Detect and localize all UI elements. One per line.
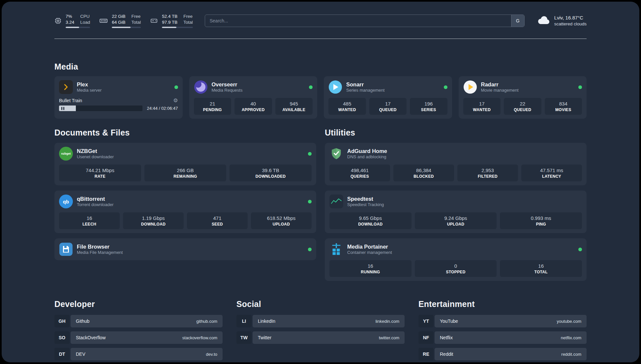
ram-usage-fill — [112, 27, 131, 28]
bookmark-reddit[interactable]: RE Reddit reddit.com — [418, 348, 587, 360]
search-input[interactable] — [205, 15, 511, 27]
cpu-label-top: CPU — [80, 14, 90, 19]
stat-value: 834 — [547, 101, 580, 106]
status-dot — [308, 152, 312, 156]
status-dot — [578, 248, 582, 251]
bookmark-name: Reddit — [440, 351, 453, 357]
app-name: NZBGet — [77, 148, 114, 154]
stat-value: 9.65 Gbps — [331, 215, 410, 221]
stat-label: STOPPED — [417, 270, 495, 274]
section-title-documents: Documents & Files — [54, 128, 316, 137]
bookmarks-social: Social LI LinkedIn linkedin.com TW Twitt… — [236, 299, 405, 348]
header-divider — [54, 39, 587, 39]
stat-value: 47.571 ms — [523, 167, 580, 173]
stat-value: 17 — [371, 101, 405, 106]
app-card-filebrowser[interactable]: File Browser Media File Management — [54, 238, 316, 260]
stat-tile: 498,461 QUERIES — [329, 165, 390, 181]
cpu-icon — [54, 17, 62, 24]
stat-tile: 21 PENDING — [194, 98, 231, 115]
stat-value: 945 — [277, 101, 311, 106]
stat-value: 1.19 Gbps — [125, 215, 182, 221]
utilities-column: Utilities AdGuard Home — [325, 128, 587, 286]
stat-value: 0.993 ms — [502, 215, 580, 221]
bookmark-abbr: GH — [54, 315, 70, 327]
app-name: Plex — [77, 81, 102, 88]
stat-label: UPLOAD — [253, 222, 310, 227]
app-card-overseerr[interactable]: Overseerr Media Requests 21 PENDING 40 A… — [189, 76, 318, 119]
app-name: Sonarr — [346, 81, 384, 88]
stat-value: 40 — [236, 101, 270, 106]
section-title-social: Social — [236, 299, 405, 309]
stat-value: 39.6 TB — [231, 167, 310, 173]
stat-label: TOTAL — [502, 270, 580, 274]
bookmark-github[interactable]: GH Github github.com — [54, 315, 223, 327]
app-card-speedtest[interactable]: Speedtest Speedtest Tracking 9.65 Gbps D… — [325, 191, 587, 233]
app-card-radarr[interactable]: Radarr Movie management 17 WANTED 22 QUE… — [459, 76, 587, 119]
bookmarks-entertainment: Entertainment YT YouTube youtube.com NF … — [418, 299, 587, 362]
search-engine-button[interactable]: G — [511, 15, 524, 27]
ram-total-value: 64 GiB — [112, 19, 125, 25]
app-card-sonarr[interactable]: Sonarr Series management 485 WANTED 17 Q… — [324, 76, 452, 119]
stat-tile: 22 QUEUED — [504, 98, 541, 115]
search-bar: G — [205, 15, 525, 27]
stat-value: 266 GB — [146, 167, 225, 173]
stat-tile: 16 RUNNING — [329, 260, 412, 277]
stat-tile: 16 TOTAL — [500, 260, 582, 277]
stat-label: QUERIES — [331, 174, 388, 179]
gear-icon[interactable]: ⚙ — [173, 98, 178, 103]
stat-value: 16 — [331, 263, 410, 269]
ram-label-top: Free — [132, 14, 141, 19]
stat-tile: 0 STOPPED — [415, 260, 497, 277]
media-card-grid: Plex Media server Bullet Train ⚙ 24:44 /… — [54, 76, 587, 119]
bookmark-url: linkedin.com — [376, 319, 399, 324]
bookmark-dev[interactable]: DT DEV dev.to — [54, 348, 223, 360]
stat-tile: 471 SEED — [187, 212, 248, 229]
bookmark-youtube[interactable]: YT YouTube youtube.com — [418, 315, 587, 327]
cpu-metric: 7% CPU 3.24 Load — [54, 14, 90, 28]
bookmark-abbr: TW — [236, 331, 252, 344]
app-card-plex[interactable]: Plex Media server Bullet Train ⚙ 24:44 /… — [54, 76, 183, 119]
stat-tile: 196 SERIES — [410, 98, 447, 115]
bookmark-stackoverflow[interactable]: SO StackOverflow stackoverflow.com — [54, 331, 223, 344]
stat-label: QUEUED — [506, 107, 539, 112]
stat-tile: 47.571 ms LATENCY — [521, 165, 582, 181]
stat-label: SERIES — [412, 107, 445, 112]
portainer-icon — [329, 242, 343, 256]
app-card-adguard[interactable]: AdGuard Home DNS and adblocking 498,461 … — [325, 143, 587, 185]
bookmark-url: dev.to — [206, 352, 217, 357]
bookmark-netflix[interactable]: NF Netflix netflix.com — [418, 331, 587, 344]
stat-label: DOWNLOAD — [125, 222, 182, 227]
stat-tile: 618.52 Mbps UPLOAD — [251, 212, 312, 229]
app-card-nzbget[interactable]: nzbget NZBGet Usenet downloader 744.21 M… — [54, 143, 316, 185]
app-subtitle: Series management — [346, 88, 384, 93]
section-title-utilities: Utilities — [325, 128, 587, 137]
app-name: File Browser — [77, 243, 123, 250]
sonarr-icon — [328, 80, 342, 94]
stat-label: DOWNLOADED — [231, 174, 310, 179]
pause-icon[interactable] — [61, 107, 64, 110]
status-dot — [444, 85, 447, 89]
stat-label: MOVIES — [547, 107, 580, 112]
stat-value: 16 — [502, 263, 580, 269]
cloud-icon — [536, 15, 550, 26]
bookmark-name: LinkedIn — [258, 318, 275, 324]
plex-icon — [59, 80, 73, 94]
bookmark-twitter[interactable]: TW Twitter twitter.com — [236, 331, 405, 344]
app-card-portainer[interactable]: Media Portainer Container management 16 … — [325, 238, 587, 281]
bookmarks-developer: Developer GH Github github.com SO StackO… — [54, 299, 223, 362]
stat-label: QUEUED — [371, 107, 405, 112]
app-subtitle: Media server — [77, 88, 102, 93]
stat-tile: 17 QUEUED — [369, 98, 407, 115]
stat-value: 17 — [465, 101, 499, 106]
bookmark-linkedin[interactable]: LI LinkedIn linkedin.com — [236, 315, 405, 327]
status-dot — [578, 85, 582, 89]
weather-widget: Lviv, 16.87°C scattered clouds — [536, 15, 587, 27]
status-dot — [308, 248, 312, 251]
stat-label: WANTED — [330, 107, 364, 112]
app-card-qbittorrent[interactable]: qb qBittorrent Torrent downloader 16 LEE… — [54, 191, 316, 233]
stat-tile: 17 WANTED — [463, 98, 501, 115]
stat-label: UPLOAD — [417, 222, 495, 227]
stat-tile: 266 GB REMAINING — [144, 165, 227, 181]
app-subtitle: Media File Management — [77, 250, 123, 255]
plex-seekbar[interactable] — [59, 106, 142, 111]
